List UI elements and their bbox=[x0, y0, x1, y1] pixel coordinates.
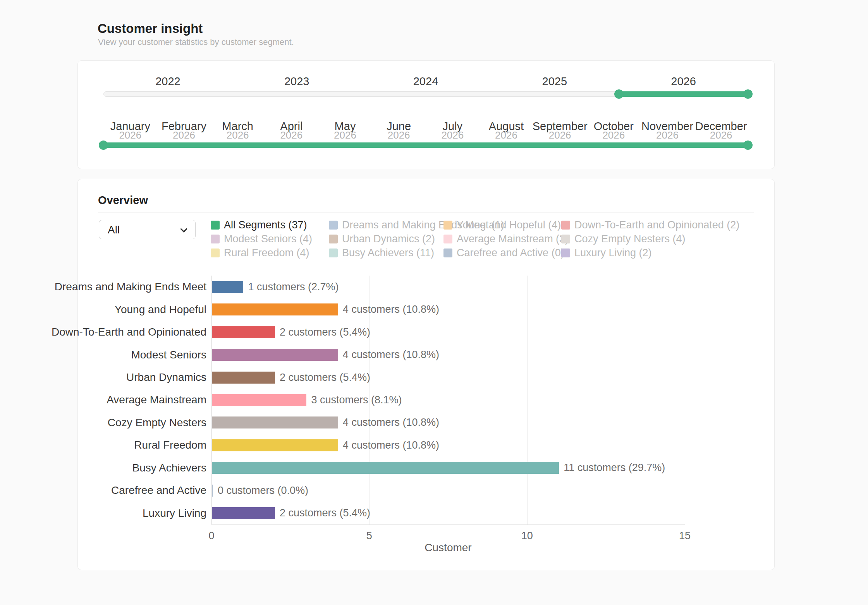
legend-swatch bbox=[211, 249, 220, 257]
month-label-year: 2026 bbox=[656, 129, 679, 141]
month-slider-handle-end[interactable] bbox=[743, 141, 753, 150]
legend-swatch bbox=[443, 235, 452, 243]
month-label-name: September bbox=[533, 120, 588, 133]
x-tick-label: 0 bbox=[208, 530, 214, 542]
chart-row: Modest Seniors4 customers (10.8%) bbox=[78, 343, 775, 366]
legend-swatch bbox=[443, 221, 452, 230]
month-label-year: 2026 bbox=[388, 129, 410, 141]
month-label-name: June bbox=[387, 120, 411, 133]
legend-item[interactable]: All Segments (37) bbox=[211, 218, 307, 232]
category-label: Rural Freedom bbox=[78, 434, 206, 456]
legend-swatch bbox=[561, 249, 570, 257]
category-label: Down-To-Earth and Opinionated bbox=[78, 321, 206, 343]
legend-label: Average Mainstream (3) bbox=[457, 233, 569, 245]
value-label: 4 customers (10.8%) bbox=[343, 343, 439, 366]
month-label-name: March bbox=[222, 120, 253, 133]
year-slider-track[interactable] bbox=[103, 89, 748, 99]
chart-row: Dreams and Making Ends Meet1 customers (… bbox=[78, 276, 775, 298]
overview-title: Overview bbox=[98, 194, 148, 207]
category-label: Dreams and Making Ends Meet bbox=[78, 276, 206, 298]
value-label: 4 customers (10.8%) bbox=[343, 298, 439, 320]
legend-label: Young and Hopeful (4) bbox=[457, 219, 561, 231]
legend-item[interactable]: Down-To-Earth and Opinionated (2) bbox=[561, 218, 739, 232]
month-label-name: December bbox=[695, 120, 747, 133]
legend-item[interactable]: Young and Hopeful (4) bbox=[443, 218, 561, 232]
bar[interactable] bbox=[212, 349, 338, 361]
value-label: 1 customers (2.7%) bbox=[248, 276, 339, 298]
x-axis-line bbox=[211, 524, 685, 525]
category-label: Average Mainstream bbox=[78, 389, 206, 411]
month-label-year: 2026 bbox=[334, 129, 356, 141]
bar[interactable] bbox=[212, 439, 338, 451]
legend-label: Carefree and Active (0) bbox=[457, 247, 564, 259]
chart-row: Busy Achievers11 customers (29.7%) bbox=[78, 457, 775, 479]
year-label: 2025 bbox=[542, 75, 567, 88]
legend-item[interactable]: Carefree and Active (0) bbox=[443, 246, 564, 260]
bar[interactable] bbox=[212, 416, 338, 428]
bar[interactable] bbox=[212, 303, 338, 315]
legend-swatch bbox=[211, 235, 220, 243]
legend-label: Urban Dynamics (2) bbox=[342, 233, 435, 245]
month-slider-handle-start[interactable] bbox=[99, 141, 108, 150]
value-label: 2 customers (5.4%) bbox=[280, 502, 370, 524]
chart-row: Rural Freedom4 customers (10.8%) bbox=[78, 434, 775, 456]
month-label-name: January bbox=[110, 120, 150, 133]
month-slider-selected-range[interactable] bbox=[103, 142, 748, 148]
bar[interactable] bbox=[212, 485, 213, 497]
legend-swatch bbox=[443, 249, 452, 257]
month-label-name: April bbox=[280, 120, 303, 133]
legend-item[interactable]: Luxury Living (2) bbox=[561, 246, 652, 260]
legend-swatch bbox=[329, 221, 338, 230]
chart-row: Urban Dynamics2 customers (5.4%) bbox=[78, 366, 775, 389]
legend-swatch bbox=[561, 235, 570, 243]
legend-label: Cozy Empty Nesters (4) bbox=[574, 233, 686, 245]
year-slider-selected-range[interactable] bbox=[619, 91, 748, 97]
year-label: 2024 bbox=[413, 75, 438, 88]
category-label: Cozy Empty Nesters bbox=[78, 411, 206, 434]
chart-row: Cozy Empty Nesters4 customers (10.8%) bbox=[78, 411, 775, 434]
year-labels: 20222023202420252026 bbox=[103, 61, 748, 169]
overview-card: Overview All All Segments (37)Dreams and… bbox=[77, 179, 775, 570]
bar[interactable] bbox=[212, 462, 559, 474]
year-slider-handle-start[interactable] bbox=[614, 89, 624, 99]
value-label: 2 customers (5.4%) bbox=[280, 366, 370, 389]
legend-swatch bbox=[561, 221, 570, 230]
page-title: Customer insight bbox=[98, 21, 203, 36]
bar[interactable] bbox=[212, 326, 275, 338]
bar[interactable] bbox=[212, 281, 243, 293]
legend-item[interactable]: Urban Dynamics (2) bbox=[329, 232, 435, 246]
legend-item[interactable]: Average Mainstream (3) bbox=[443, 232, 569, 246]
month-slider-track[interactable] bbox=[103, 140, 748, 151]
segment-filter-select[interactable]: All bbox=[99, 220, 196, 239]
month-label-year: 2026 bbox=[280, 129, 303, 141]
month-label-year: 2026 bbox=[602, 129, 625, 141]
segment-filter: All bbox=[99, 220, 196, 239]
category-label: Urban Dynamics bbox=[78, 366, 206, 389]
legend-item[interactable]: Cozy Empty Nesters (4) bbox=[561, 232, 686, 246]
legend-item[interactable]: Rural Freedom (4) bbox=[211, 246, 309, 260]
month-label-year: 2026 bbox=[710, 129, 732, 141]
month-label-name: May bbox=[335, 120, 356, 133]
month-label-name: November bbox=[641, 120, 693, 133]
bar[interactable] bbox=[212, 394, 306, 406]
month-label-year: 2026 bbox=[119, 129, 141, 141]
value-label: 3 customers (8.1%) bbox=[311, 389, 402, 411]
x-tick-label: 10 bbox=[521, 530, 533, 542]
year-slider-handle-end[interactable] bbox=[743, 89, 753, 99]
month-label-year: 2026 bbox=[549, 129, 571, 141]
chart-row: Carefree and Active0 customers (0.0%) bbox=[78, 479, 775, 502]
legend-item[interactable]: Busy Achievers (11) bbox=[329, 246, 434, 260]
value-label: 4 customers (10.8%) bbox=[343, 411, 439, 434]
value-label: 4 customers (10.8%) bbox=[343, 434, 439, 456]
bar[interactable] bbox=[212, 372, 275, 384]
page-subtitle: View your customer statistics by custome… bbox=[98, 37, 294, 47]
bar[interactable] bbox=[212, 507, 275, 519]
value-label: 0 customers (0.0%) bbox=[218, 479, 308, 502]
category-label: Modest Seniors bbox=[78, 343, 206, 366]
legend-item[interactable]: Modest Seniors (4) bbox=[211, 232, 312, 246]
legend-swatch bbox=[211, 221, 220, 230]
year-label: 2022 bbox=[155, 75, 180, 88]
legend-label: Luxury Living (2) bbox=[574, 247, 652, 259]
month-label-name: August bbox=[489, 120, 524, 133]
bar-chart: Dreams and Making Ends Meet1 customers (… bbox=[78, 276, 775, 564]
